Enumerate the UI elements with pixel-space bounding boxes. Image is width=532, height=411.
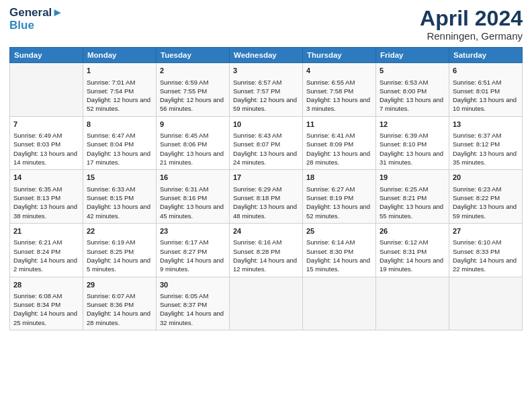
cell-w5-d2: 29 Sunrise: 6:07 AM Sunset: 8:36 PM Dayl… (83, 277, 157, 330)
cell-w1-d1 (10, 63, 83, 117)
daylight-text: Daylight: 14 hours and 5 minutes. (87, 257, 150, 273)
day-number: 12 (380, 120, 445, 130)
sunrise-text: Sunrise: 6:07 AM (87, 292, 135, 300)
cell-w1-d2: 1 Sunrise: 7:01 AM Sunset: 7:54 PM Dayli… (83, 63, 157, 117)
daylight-text: Daylight: 14 hours and 2 minutes. (13, 257, 77, 273)
daylight-text: Daylight: 14 hours and 22 minutes. (453, 257, 517, 273)
sunset-text: Sunset: 8:00 PM (380, 87, 427, 95)
sunrise-text: Sunrise: 7:01 AM (87, 79, 135, 86)
daylight-text: Daylight: 13 hours and 38 minutes. (13, 203, 77, 219)
daylight-text: Daylight: 12 hours and 52 minutes. (87, 96, 150, 112)
daylight-text: Daylight: 14 hours and 25 minutes. (13, 310, 77, 326)
sunrise-text: Sunrise: 6:08 AM (13, 292, 62, 300)
title-location: Renningen, Germany (420, 30, 523, 42)
day-number: 1 (87, 66, 152, 76)
sunrise-text: Sunrise: 6:27 AM (306, 185, 355, 193)
cell-w4-d6: 26 Sunrise: 6:12 AM Sunset: 8:31 PM Dayl… (376, 223, 449, 277)
sunrise-text: Sunrise: 6:37 AM (453, 132, 501, 139)
cell-w4-d5: 25 Sunrise: 6:14 AM Sunset: 8:30 PM Dayl… (303, 223, 376, 277)
day-number: 21 (13, 226, 79, 236)
daylight-text: Daylight: 13 hours and 10 minutes. (453, 96, 517, 112)
logo-line1: General► (9, 7, 63, 19)
sunrise-text: Sunrise: 6:14 AM (306, 238, 355, 246)
daylight-text: Daylight: 13 hours and 24 minutes. (233, 150, 297, 166)
sunset-text: Sunset: 8:16 PM (160, 194, 207, 201)
cell-w3-d3: 16 Sunrise: 6:31 AM Sunset: 8:16 PM Dayl… (157, 170, 230, 224)
sunset-text: Sunset: 8:06 PM (160, 140, 207, 148)
sunrise-text: Sunrise: 6:33 AM (87, 185, 135, 193)
cell-w3-d1: 14 Sunrise: 6:35 AM Sunset: 8:13 PM Dayl… (10, 170, 83, 224)
col-monday: Monday (83, 48, 157, 63)
day-number: 27 (453, 226, 519, 236)
day-number: 2 (160, 66, 226, 76)
cell-w5-d7 (449, 277, 523, 330)
daylight-text: Daylight: 13 hours and 7 minutes. (380, 96, 443, 112)
sunset-text: Sunset: 7:55 PM (160, 87, 207, 95)
daylight-text: Daylight: 13 hours and 42 minutes. (87, 203, 150, 219)
cell-w1-d7: 6 Sunrise: 6:51 AM Sunset: 8:01 PM Dayli… (449, 63, 523, 117)
daylight-text: Daylight: 13 hours and 55 minutes. (380, 203, 443, 219)
cell-w1-d4: 3 Sunrise: 6:57 AM Sunset: 7:57 PM Dayli… (230, 63, 303, 117)
col-sunday: Sunday (10, 48, 83, 63)
daylight-text: Daylight: 13 hours and 14 minutes. (13, 150, 77, 166)
sunset-text: Sunset: 8:18 PM (233, 194, 280, 201)
sunrise-text: Sunrise: 6:51 AM (453, 79, 501, 86)
cell-w2-d6: 12 Sunrise: 6:39 AM Sunset: 8:10 PM Dayl… (376, 116, 449, 170)
col-saturday: Saturday (449, 48, 523, 63)
sunrise-text: Sunrise: 6:35 AM (13, 185, 62, 193)
cell-w5-d5 (303, 277, 376, 330)
cell-w3-d5: 18 Sunrise: 6:27 AM Sunset: 8:19 PM Dayl… (303, 170, 376, 224)
daylight-text: Daylight: 14 hours and 12 minutes. (233, 257, 297, 273)
sunrise-text: Sunrise: 6:55 AM (306, 79, 355, 86)
cell-w3-d4: 17 Sunrise: 6:29 AM Sunset: 8:18 PM Dayl… (230, 170, 303, 224)
day-number: 8 (87, 120, 152, 130)
header-row: Sunday Monday Tuesday Wednesday Thursday… (10, 48, 523, 63)
cell-w2-d3: 9 Sunrise: 6:45 AM Sunset: 8:06 PM Dayli… (157, 116, 230, 170)
day-number: 5 (380, 66, 445, 76)
sunset-text: Sunset: 8:01 PM (453, 87, 500, 95)
cell-w2-d1: 7 Sunrise: 6:49 AM Sunset: 8:03 PM Dayli… (10, 116, 83, 170)
sunrise-text: Sunrise: 6:21 AM (13, 238, 62, 246)
logo: General► Blue (9, 7, 63, 32)
cell-w2-d2: 8 Sunrise: 6:47 AM Sunset: 8:04 PM Dayli… (83, 116, 157, 170)
daylight-text: Daylight: 12 hours and 59 minutes. (233, 96, 297, 112)
sunset-text: Sunset: 8:19 PM (306, 194, 353, 201)
daylight-text: Daylight: 14 hours and 9 minutes. (160, 257, 224, 273)
sunrise-text: Sunrise: 6:19 AM (87, 238, 135, 246)
daylight-text: Daylight: 13 hours and 52 minutes. (306, 203, 370, 219)
cell-w3-d2: 15 Sunrise: 6:33 AM Sunset: 8:15 PM Dayl… (83, 170, 157, 224)
sunset-text: Sunset: 8:34 PM (13, 301, 60, 308)
week-row-2: 7 Sunrise: 6:49 AM Sunset: 8:03 PM Dayli… (10, 116, 523, 170)
sunrise-text: Sunrise: 6:43 AM (233, 132, 281, 139)
day-number: 9 (160, 120, 226, 130)
sunset-text: Sunset: 8:15 PM (87, 194, 134, 201)
sunrise-text: Sunrise: 6:59 AM (160, 79, 208, 86)
sunrise-text: Sunrise: 6:25 AM (380, 185, 428, 193)
week-row-5: 28 Sunrise: 6:08 AM Sunset: 8:34 PM Dayl… (10, 277, 523, 330)
sunset-text: Sunset: 8:07 PM (233, 140, 280, 148)
daylight-text: Daylight: 14 hours and 28 minutes. (87, 310, 150, 326)
daylight-text: Daylight: 13 hours and 48 minutes. (233, 203, 297, 219)
cell-w4-d4: 24 Sunrise: 6:16 AM Sunset: 8:28 PM Dayl… (230, 223, 303, 277)
week-row-4: 21 Sunrise: 6:21 AM Sunset: 8:24 PM Dayl… (10, 223, 523, 277)
day-number: 24 (233, 226, 299, 236)
daylight-text: Daylight: 13 hours and 45 minutes. (160, 203, 224, 219)
sunset-text: Sunset: 7:54 PM (87, 87, 134, 95)
sunset-text: Sunset: 8:30 PM (306, 248, 353, 255)
logo-line2: Blue (9, 19, 63, 32)
sunset-text: Sunset: 8:21 PM (380, 194, 427, 201)
sunrise-text: Sunrise: 6:57 AM (233, 79, 281, 86)
cell-w4-d2: 22 Sunrise: 6:19 AM Sunset: 8:25 PM Dayl… (83, 223, 157, 277)
cell-w2-d7: 13 Sunrise: 6:37 AM Sunset: 8:12 PM Dayl… (449, 116, 523, 170)
cell-w4-d3: 23 Sunrise: 6:17 AM Sunset: 8:27 PM Dayl… (157, 223, 230, 277)
day-number: 6 (453, 66, 519, 76)
week-row-3: 14 Sunrise: 6:35 AM Sunset: 8:13 PM Dayl… (10, 170, 523, 224)
sunrise-text: Sunrise: 6:29 AM (233, 185, 281, 193)
cell-w5-d4 (230, 277, 303, 330)
daylight-text: Daylight: 14 hours and 19 minutes. (380, 257, 443, 273)
day-number: 19 (380, 173, 445, 183)
day-number: 25 (306, 226, 372, 236)
sunrise-text: Sunrise: 6:41 AM (306, 132, 355, 139)
title-block: April 2024 Renningen, Germany (420, 7, 523, 42)
page: General► Blue April 2024 Renningen, Germ… (0, 0, 532, 411)
